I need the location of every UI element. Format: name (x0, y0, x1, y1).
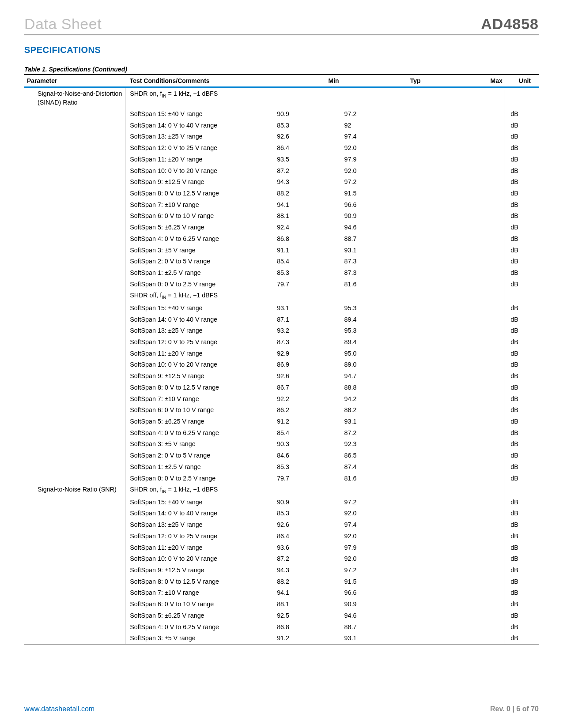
part-number: AD4858 (481, 15, 539, 33)
cell-conditions: SoftSpan 10: 0 V to 20 V range (125, 359, 275, 371)
cell-parameter (24, 244, 125, 256)
cell-unit: dB (505, 450, 539, 462)
cell-min: 92.9 (274, 348, 341, 359)
cell-min: 88.1 (274, 210, 341, 222)
cell-conditions: SoftSpan 3: ±5 V range (125, 439, 275, 450)
cell-max (423, 427, 505, 439)
cell-max (423, 599, 505, 610)
cell-unit: dB (505, 473, 539, 484)
cell-parameter (24, 508, 125, 519)
cell-min: 86.8 (274, 621, 341, 633)
cell-typ: 97.9 (342, 542, 423, 553)
cell-min: 85.3 (274, 120, 341, 131)
cell-unit: dB (505, 621, 539, 633)
cell-conditions: SoftSpan 9: ±12.5 V range (125, 176, 275, 188)
cell-typ: 88.2 (342, 405, 423, 416)
cell-typ: 92.0 (342, 508, 423, 519)
cell-conditions: SoftSpan 10: 0 V to 20 V range (125, 165, 275, 176)
cell-conditions: SoftSpan 12: 0 V to 25 V range (125, 143, 275, 154)
table-row: SoftSpan 4: 0 V to 6.25 V range86.888.7d… (24, 621, 539, 633)
cell-typ: 92.0 (342, 165, 423, 176)
cell-max (423, 461, 505, 473)
cell-typ: 96.6 (342, 587, 423, 599)
cell-typ (342, 484, 423, 496)
cell-max (423, 188, 505, 199)
cell-typ: 87.4 (342, 461, 423, 473)
cell-typ: 87.3 (342, 256, 423, 267)
table-row: SoftSpan 14: 0 V to 40 V range87.189.4dB (24, 314, 539, 325)
cell-min: 91.2 (274, 633, 341, 644)
cell-min: 92.6 (274, 371, 341, 382)
cell-parameter (24, 267, 125, 279)
table-row: SoftSpan 1: ±2.5 V range85.387.4dB (24, 461, 539, 473)
cell-conditions: SoftSpan 13: ±25 V range (125, 519, 275, 531)
cell-parameter (24, 633, 125, 644)
table-row: SoftSpan 3: ±5 V range90.392.3dB (24, 439, 539, 450)
cell-typ: 88.8 (342, 382, 423, 393)
table-row: SoftSpan 10: 0 V to 20 V range87.292.0dB (24, 553, 539, 565)
cell-unit: dB (505, 348, 539, 359)
table-row: SoftSpan 10: 0 V to 20 V range87.292.0dB (24, 165, 539, 176)
table-row: SoftSpan 13: ±25 V range92.697.4dB (24, 131, 539, 143)
cell-conditions: SoftSpan 7: ±10 V range (125, 393, 275, 405)
cell-min (274, 484, 341, 496)
cell-min: 88.1 (274, 599, 341, 610)
cell-parameter (24, 530, 125, 542)
cell-conditions: SHDR on, fIN = 1 kHz, −1 dBFS (125, 484, 275, 496)
cell-min: 91.2 (274, 416, 341, 428)
cell-typ: 97.4 (342, 519, 423, 531)
cell-conditions: SHDR on, fIN = 1 kHz, −1 dBFS (125, 87, 275, 109)
table-row: SoftSpan 4: 0 V to 6.25 V range85.487.2d… (24, 427, 539, 439)
cell-conditions: SoftSpan 7: ±10 V range (125, 199, 275, 210)
cell-parameter (24, 576, 125, 587)
cell-unit (505, 484, 539, 496)
cell-parameter (24, 542, 125, 553)
cell-conditions: SoftSpan 15: ±40 V range (125, 302, 275, 314)
cell-max (423, 484, 505, 496)
cell-max (423, 371, 505, 382)
cell-typ: 97.2 (342, 565, 423, 576)
cell-typ: 89.4 (342, 336, 423, 348)
cell-conditions: SoftSpan 14: 0 V to 40 V range (125, 120, 275, 131)
table-row: SoftSpan 2: 0 V to 5 V range85.487.3dB (24, 256, 539, 267)
cell-conditions: SoftSpan 3: ±5 V range (125, 244, 275, 256)
cell-unit: dB (505, 599, 539, 610)
cell-unit: dB (505, 233, 539, 244)
cell-parameter (24, 565, 125, 576)
cell-max (423, 165, 505, 176)
footer-rev: Rev. 0 | 6 of 70 (490, 705, 539, 713)
cell-typ: 92.0 (342, 553, 423, 565)
table-row: SoftSpan 8: 0 V to 12.5 V range88.291.5d… (24, 188, 539, 199)
cell-conditions: SoftSpan 11: ±20 V range (125, 154, 275, 165)
cell-max (423, 325, 505, 337)
table-row: SoftSpan 9: ±12.5 V range94.397.2dB (24, 176, 539, 188)
cell-max (423, 256, 505, 267)
cell-conditions: SoftSpan 8: 0 V to 12.5 V range (125, 188, 275, 199)
cell-conditions: SoftSpan 15: ±40 V range (125, 108, 275, 120)
cell-min: 94.1 (274, 199, 341, 210)
cell-max (423, 176, 505, 188)
cell-parameter (24, 439, 125, 450)
cell-parameter (24, 621, 125, 633)
table-row: SoftSpan 7: ±10 V range94.196.6dB (24, 587, 539, 599)
table-row: SoftSpan 15: ±40 V range90.997.2dB (24, 108, 539, 120)
cell-unit: dB (505, 393, 539, 405)
table-row: SoftSpan 12: 0 V to 25 V range86.492.0dB (24, 530, 539, 542)
cell-conditions: SoftSpan 11: ±20 V range (125, 348, 275, 359)
cell-min: 86.8 (274, 233, 341, 244)
cell-min: 93.1 (274, 302, 341, 314)
cell-typ: 93.1 (342, 633, 423, 644)
section-title: SPECIFICATIONS (24, 45, 539, 55)
cell-conditions: SoftSpan 15: ±40 V range (125, 496, 275, 508)
cell-min: 92.6 (274, 519, 341, 531)
cell-min: 92.2 (274, 393, 341, 405)
cell-conditions: SoftSpan 9: ±12.5 V range (125, 371, 275, 382)
cell-parameter (24, 143, 125, 154)
cell-parameter (24, 314, 125, 325)
cell-typ: 89.0 (342, 359, 423, 371)
cell-min: 92.6 (274, 131, 341, 143)
footer-link[interactable]: www.datasheetall.com (24, 705, 94, 713)
cell-min: 92.4 (274, 222, 341, 233)
cell-conditions: SoftSpan 10: 0 V to 20 V range (125, 553, 275, 565)
cell-min: 87.3 (274, 336, 341, 348)
